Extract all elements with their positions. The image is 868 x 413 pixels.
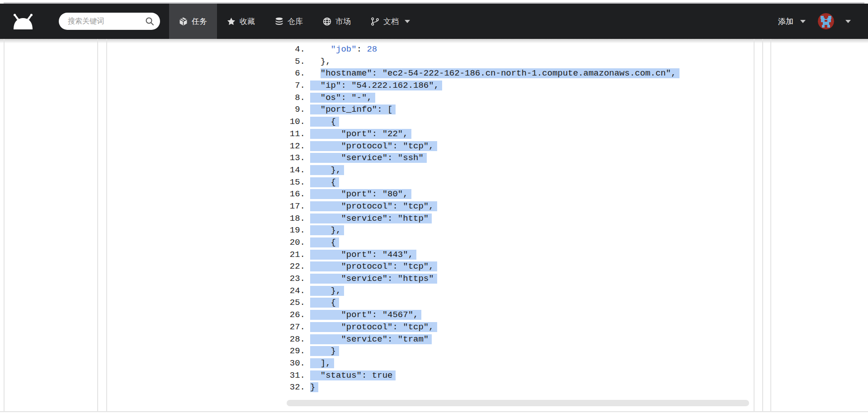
line-number: 19. [284, 224, 305, 237]
package-icon [179, 17, 188, 26]
main-nav: 任务收藏仓库市场文档 [169, 4, 420, 39]
code-line-text: "port": "22", [310, 128, 411, 140]
code-line: 8. "os": "-", [284, 92, 764, 104]
code-line: 16. "port": "80", [284, 188, 764, 200]
code-line-text: }, [310, 285, 344, 297]
code-line-text: "port_info": [ [310, 104, 396, 116]
code-line-text: { [310, 116, 339, 128]
navbar-shadow [0, 39, 868, 43]
line-number: 20. [284, 237, 305, 249]
code-line: 23. "service": "https" [284, 273, 764, 285]
code-line-text: "job": 28 [310, 43, 377, 56]
code-line: 18. "service": "http" [284, 213, 764, 225]
add-caret-down-icon[interactable] [800, 20, 806, 23]
navbar: 任务收藏仓库市场文档 添加 [0, 4, 868, 39]
code-line-text: }, [310, 224, 344, 237]
robot-logo-icon[interactable] [12, 12, 34, 31]
user-menu-caret-down-icon[interactable] [845, 20, 851, 23]
database-icon [275, 17, 283, 26]
code-line-text: } [310, 381, 318, 394]
git-branch-icon [371, 17, 379, 26]
code-line-text: "port": "80", [310, 188, 411, 200]
code-line-text: "port": "443", [310, 249, 416, 261]
code-line-text: } [310, 345, 339, 357]
star-icon [227, 17, 236, 26]
line-number: 22. [284, 261, 305, 273]
line-number: 8. [284, 92, 305, 104]
json-code-block[interactable]: 4. "job": 285. },6. "hostname": "ec2-54-… [284, 43, 764, 394]
code-line: 29. } [284, 345, 764, 357]
line-number: 31. [284, 370, 305, 382]
code-line: 14. }, [284, 164, 764, 176]
line-number: 13. [284, 152, 305, 164]
line-number: 10. [284, 116, 305, 128]
line-number: 18. [284, 213, 305, 225]
line-number: 24. [284, 285, 305, 297]
line-number: 7. [284, 80, 305, 92]
nav-item-tasks[interactable]: 任务 [169, 4, 217, 39]
code-line-text: "service": "ssh" [310, 152, 427, 164]
code-line: 24. }, [284, 285, 764, 297]
search-icon[interactable] [145, 17, 154, 26]
code-line: 26. "port": "4567", [284, 309, 764, 321]
navbar-right: 添加 [778, 4, 851, 39]
nav-item-label: 市场 [335, 16, 351, 27]
search-box [59, 13, 160, 30]
add-button[interactable]: 添加 [778, 16, 793, 27]
line-number: 15. [284, 176, 305, 189]
code-line: 10. { [284, 116, 764, 128]
page: 任务收藏仓库市场文档 添加 [0, 0, 868, 413]
nav-item-favorites[interactable]: 收藏 [217, 4, 265, 39]
code-line: 30. ], [284, 357, 764, 370]
code-line: 27. "protocol": "tcp", [284, 321, 764, 333]
panel-divider-line [770, 39, 771, 412]
code-line-text: "service": "https" [310, 273, 437, 285]
nav-item-label: 仓库 [288, 16, 303, 27]
code-line-text: "service": "tram" [310, 333, 432, 346]
code-line: 4. "job": 28 [284, 43, 764, 56]
line-number: 30. [284, 357, 305, 370]
code-line: 9. "port_info": [ [284, 104, 764, 116]
user-avatar[interactable] [818, 13, 834, 29]
nav-item-docs[interactable]: 文档 [361, 4, 420, 39]
nav-item-repository[interactable]: 仓库 [265, 4, 313, 39]
code-line-text: "ip": "54.222.162.186", [310, 80, 442, 92]
line-number: 5. [284, 56, 305, 68]
nav-item-label: 收藏 [240, 16, 255, 27]
code-line: 20. { [284, 237, 764, 249]
line-number: 26. [284, 309, 305, 321]
code-line: 19. }, [284, 224, 764, 237]
code-line: 13. "service": "ssh" [284, 152, 764, 164]
line-number: 27. [284, 321, 305, 333]
code-line-text: "protocol": "tcp", [310, 261, 437, 273]
line-number: 21. [284, 249, 305, 261]
line-number: 14. [284, 164, 305, 176]
code-line: 11. "port": "22", [284, 128, 764, 140]
line-number: 32. [284, 381, 305, 394]
code-line: 31. "status": true [284, 370, 764, 382]
code-line: 21. "port": "443", [284, 249, 764, 261]
code-line-text: "port": "4567", [310, 309, 421, 321]
code-line: 32.} [284, 381, 764, 394]
panel-divider-line [4, 39, 5, 412]
line-number: 16. [284, 188, 305, 200]
code-line-text: "protocol": "tcp", [310, 321, 437, 333]
line-number: 23. [284, 273, 305, 285]
nav-item-label: 任务 [192, 16, 207, 27]
line-number: 25. [284, 297, 305, 309]
panel-divider-line [97, 39, 98, 412]
horizontal-scrollbar[interactable] [287, 400, 749, 406]
line-number: 4. [284, 43, 305, 56]
line-number: 9. [284, 104, 305, 116]
code-line: 28. "service": "tram" [284, 333, 764, 346]
code-line: 22. "protocol": "tcp", [284, 261, 764, 273]
nav-caret-down-icon [405, 20, 410, 23]
globe-icon [323, 17, 331, 26]
code-line-text: "hostname": "ec2-54-222-162-186.cn-north… [310, 67, 679, 80]
line-number: 11. [284, 128, 305, 140]
line-number: 17. [284, 200, 305, 213]
nav-item-market[interactable]: 市场 [313, 4, 361, 39]
code-line: 7. "ip": "54.222.162.186", [284, 80, 764, 92]
code-line-text: { [310, 297, 339, 309]
code-line-text: "service": "http" [310, 213, 432, 225]
